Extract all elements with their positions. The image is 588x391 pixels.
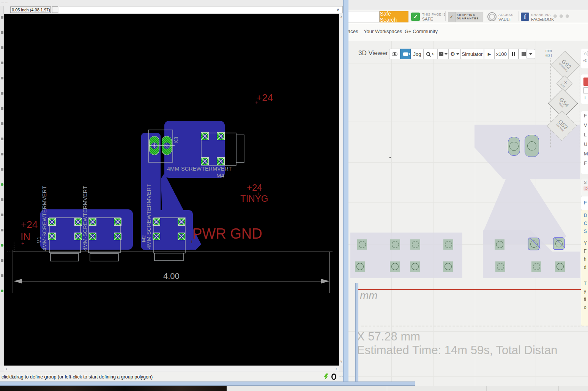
net-label-plus24-right: +24 (247, 182, 262, 193)
axes-guide-line (580, 58, 580, 148)
part-label-m1: M1 (36, 237, 42, 244)
pause-button[interactable] (508, 49, 519, 59)
desktop: Safe Search ✓ THIS PAGE IS SAFE ✓ SHOPPI… (0, 0, 588, 391)
origin-cross: + (21, 240, 24, 246)
coordinate-display-aux (52, 6, 58, 13)
board-canvas[interactable]: +24 + +24 + TINYG PWR GND + +24 IN + X3 … (4, 14, 339, 366)
eye-icon (392, 52, 397, 56)
status-circle-icon[interactable] (331, 374, 336, 380)
ripup-icon[interactable] (1, 122, 3, 125)
help-letter: o (584, 305, 586, 310)
pad-m4[interactable] (217, 132, 225, 140)
settings-menu-button[interactable]: ⚙ (449, 49, 461, 59)
side-panel-tabs[interactable]: S D (581, 179, 588, 196)
green-dot-icon[interactable] (1, 290, 3, 292)
side-panel-form[interactable]: FVLUMF (581, 111, 588, 174)
pad-m1[interactable] (89, 218, 96, 226)
side-panel-link[interactable]: F (581, 196, 588, 210)
green-dot-icon[interactable] (1, 183, 3, 186)
resize-grip[interactable]: ∴∴ (339, 375, 343, 380)
jog-button[interactable]: Jog (411, 49, 424, 59)
pad-m1[interactable] (114, 218, 121, 226)
net-label-plus24-top: +24 (256, 92, 273, 104)
vertical-scrollbar[interactable]: ∧ ∨ (339, 14, 343, 366)
small-input[interactable] (583, 87, 588, 93)
wire-icon[interactable] (1, 138, 3, 140)
chevron-down-icon (529, 53, 532, 55)
axis-red-line (358, 289, 588, 290)
via-icon[interactable] (1, 274, 3, 277)
status-bar: click&drag to define group (or left-clic… (0, 372, 343, 382)
circle-icon[interactable] (1, 62, 3, 64)
form-letter: U (581, 139, 588, 149)
pad-m2[interactable] (178, 233, 185, 240)
help-letter: T (584, 281, 586, 286)
pad-m2[interactable] (178, 218, 185, 226)
scroll-left-icon[interactable]: ‹ (6, 366, 7, 371)
command-input[interactable] (59, 6, 343, 13)
frame-icon[interactable] (1, 229, 3, 231)
help-letter: D (584, 213, 587, 218)
part-label-screwterm-1: 4MM-SCREWTERMVERT (41, 186, 47, 251)
play-button[interactable]: ▶ (484, 49, 495, 59)
form-letter: M (581, 149, 588, 158)
pad-m4[interactable] (201, 132, 209, 140)
menu-icon[interactable] (1, 168, 3, 171)
scroll-up-icon[interactable]: ∧ (339, 15, 343, 19)
side-panel-version[interactable]: ⎙ v2 (581, 49, 588, 68)
pad-m1[interactable] (114, 233, 121, 240)
rect-icon[interactable] (1, 77, 3, 79)
viewer-pad-oval (525, 135, 539, 157)
grid-menu-button[interactable] (437, 49, 449, 59)
viewer-dropdown-button[interactable] (526, 49, 535, 59)
link-letter[interactable]: F (584, 200, 587, 206)
pad-m1[interactable] (89, 233, 96, 240)
side-panel-status[interactable]: T (581, 74, 588, 104)
viewer-pad (357, 239, 367, 250)
camera-icon (403, 52, 408, 56)
command-dropdown-icon[interactable]: ∨ (336, 7, 339, 12)
pad-m1[interactable] (74, 218, 82, 226)
status-badge (583, 78, 588, 86)
pad-m4[interactable] (201, 157, 209, 165)
pad-m1[interactable] (48, 218, 56, 226)
slash-icon[interactable] (1, 198, 3, 201)
simulator-button[interactable]: Simulator (460, 49, 484, 59)
viewer-title: 3D Viewer (358, 49, 388, 57)
eagle-window-border (343, 0, 348, 382)
pad-m2[interactable] (153, 218, 160, 226)
arc-icon[interactable] (1, 92, 3, 95)
viewer-units-fps: mm 60 f (545, 48, 552, 58)
viewer-pad (531, 261, 541, 272)
pad-m4[interactable] (217, 157, 225, 165)
route-icon[interactable] (1, 107, 3, 110)
scroll-right-icon[interactable]: › (336, 366, 337, 371)
panel-icon: ⎙ (583, 51, 588, 56)
show-hide-button[interactable] (389, 49, 400, 59)
scroll-down-icon[interactable]: ∨ (339, 359, 343, 363)
toolbar-gripper[interactable]: ⋯⋯ (1, 1, 9, 5)
green-dot-icon[interactable] (1, 244, 3, 247)
part-label-m4: M4 (216, 172, 224, 179)
info-icon[interactable] (1, 16, 3, 19)
pad-m1[interactable] (74, 233, 82, 240)
move-icon[interactable] (1, 46, 3, 49)
pad-icon[interactable] (1, 259, 3, 262)
horizontal-scrollbar[interactable]: ‹ › (4, 366, 339, 372)
polygon-icon[interactable] (1, 214, 3, 216)
plus-icon[interactable] (1, 31, 3, 34)
pad-m1[interactable] (48, 233, 56, 240)
viewer-pad-selected (553, 238, 564, 249)
viewer-pad (443, 239, 453, 250)
pad-m2[interactable] (153, 233, 160, 240)
form-letter: L (581, 130, 588, 139)
speed-button[interactable]: x100 (495, 49, 508, 59)
part-label-x3: X3 (173, 137, 179, 144)
copy-icon[interactable] (1, 153, 3, 155)
zoom-rotate-button[interactable]: ↻ (424, 49, 437, 59)
camera-button[interactable] (400, 49, 411, 59)
net-label-plus24-left: +24 (21, 219, 38, 231)
background-window-bottom-edge (0, 382, 415, 386)
stop-icon (522, 52, 526, 56)
board-drawing (4, 14, 339, 366)
